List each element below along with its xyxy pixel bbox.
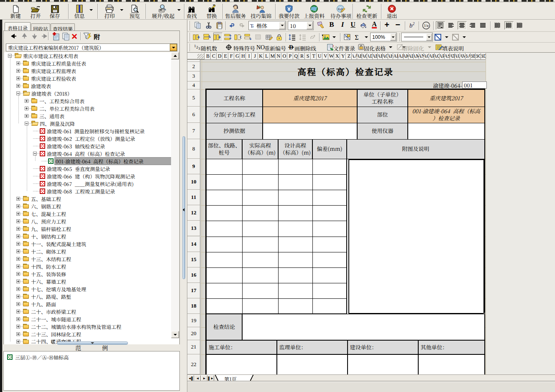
svg-text:3: 3 [198, 46, 200, 51]
svg-text:r: r [253, 24, 254, 28]
svg-text:2: 2 [196, 45, 198, 49]
svg-text:N: N [256, 44, 261, 51]
svg-text:1/a: 1/a [424, 23, 429, 28]
svg-text:1: 1 [194, 44, 196, 48]
